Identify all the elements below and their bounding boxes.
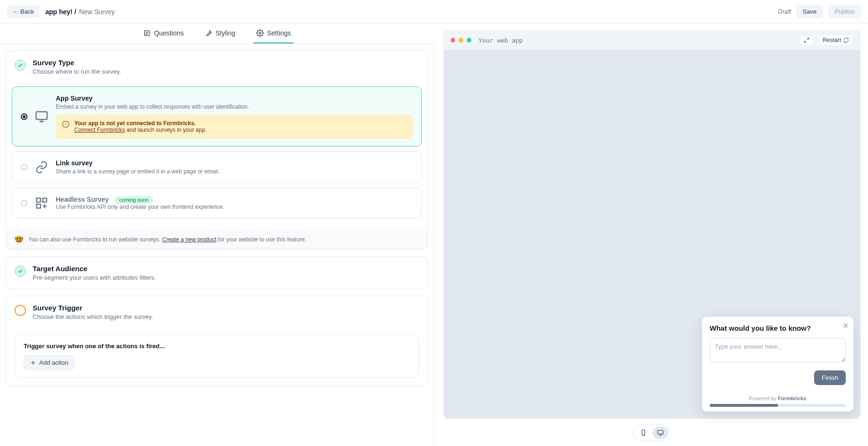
section-title: Survey Trigger [33,304,153,312]
option-link-survey[interactable]: Link survey Share a link to a survey pag… [12,151,422,183]
expand-icon [804,37,809,43]
info-post: for your website to use this feature. [217,236,306,243]
device-desktop-button[interactable] [652,427,668,439]
section-header[interactable]: Survey Type Choose where to run the surv… [6,51,427,83]
coming-soon-badge: coming soon [114,196,153,204]
popup-footer: Powered by Formbricks [710,395,846,401]
section-subtitle: Choose where to run the survey. [33,68,121,75]
option-desc: Use Formbricks API only and create your … [56,204,413,210]
device-mobile-button[interactable] [635,427,651,439]
tabs: Questions Styling Settings [0,24,434,44]
section-target-audience[interactable]: Target Audience Pre-segment your users w… [6,257,428,289]
list-icon [143,29,151,37]
radio-icon [21,164,27,171]
radio-icon [21,113,27,120]
publish-button[interactable]: Publish [828,5,861,18]
chrome-right: Restart [799,34,853,46]
svg-line-16 [807,38,809,40]
dot-yellow-icon [459,38,463,43]
option-text: Headless Survey coming soon Use Formbric… [56,196,413,210]
warning-rest: and launch surveys in your app. [125,127,207,133]
tab-label: Settings [267,29,291,37]
save-button[interactable]: Save [796,5,824,18]
finish-button[interactable]: Finish [814,370,846,385]
svg-rect-12 [43,198,46,202]
section-body: App Survey Embed a survey in your web ap… [6,83,427,230]
powered-pre: Powered by [749,395,778,401]
svg-line-17 [805,41,807,43]
restart-label: Restart [823,37,841,43]
popup-actions: Finish [710,370,846,385]
section-header[interactable]: Survey Trigger Choose the actions which … [6,296,427,328]
svg-rect-11 [37,198,41,202]
main: Questions Styling Settings Survey Type [0,24,868,446]
status-circle-icon [15,305,26,316]
restart-button[interactable]: Restart [818,34,853,46]
tab-questions[interactable]: Questions [140,24,187,43]
tab-settings[interactable]: Settings [253,24,294,43]
create-product-link[interactable]: Create a new product [162,236,217,243]
popup-title: What would you like to know? [710,324,846,332]
header-left: ← Back app hey! / New Survey [7,5,115,18]
device-pill [633,424,671,441]
info-footer: 🤓 You can also use Formbricks to run web… [6,230,427,249]
link-icon [35,161,48,174]
dot-red-icon [451,38,455,43]
back-label: Back [20,8,34,15]
device-switch [443,424,860,441]
section-subtitle: Choose the actions which trigger the sur… [33,313,153,320]
top-header: ← Back app hey! / New Survey Draft Save … [0,0,868,24]
left-column: Questions Styling Settings Survey Type [0,24,434,446]
settings-panel[interactable]: Survey Type Choose where to run the surv… [0,44,434,446]
right-column: Your web app Restart ✕ What would you li… [434,24,868,446]
arrow-left-icon: ← [12,8,18,15]
status-badge: Draft [778,8,791,15]
back-button[interactable]: ← Back [7,5,40,18]
trigger-text: Trigger survey when one of the actions i… [24,343,410,350]
preview-canvas: ✕ What would you like to know? Finish Po… [443,50,860,419]
grid-icon [35,197,48,210]
tab-label: Questions [154,29,184,37]
trigger-body: Trigger survey when one of the actions i… [6,328,427,386]
tab-label: Styling [216,29,235,37]
expand-button[interactable] [799,35,814,45]
survey-popup: ✕ What would you like to know? Finish Po… [702,317,853,412]
option-title: Link survey [56,159,413,167]
warning-box: Your app is not yet connected to Formbri… [56,115,413,138]
brush-icon [205,29,212,37]
monitor-icon [35,110,48,123]
option-title: App Survey [56,94,413,102]
connect-link[interactable]: Connect Formbricks [74,127,125,133]
close-button[interactable]: ✕ [842,321,849,330]
radio-icon [21,200,27,206]
progress-fill [710,404,778,407]
chrome-title: Your web app [478,37,523,44]
preview-chrome: Your web app Restart [443,30,860,50]
add Fox-label: Add action [39,359,68,366]
refresh-icon [843,37,849,43]
svg-point-4 [259,32,261,34]
option-app-survey[interactable]: App Survey Embed a survey in your web ap… [12,86,422,146]
section-header: Target Audience Pre-segment your users w… [6,257,427,289]
option-text: Link survey Share a link to a survey pag… [56,159,413,175]
alert-icon [62,120,69,128]
breadcrumb-page: New Survey [79,8,114,16]
section-text: Target Audience Pre-segment your users w… [33,265,156,281]
progress-bar [710,404,846,407]
gear-icon [256,29,264,37]
tab-styling[interactable]: Styling [202,24,238,43]
info-text: You can also use Formbricks to run websi… [28,236,306,243]
header-right: Draft Save Publish [778,5,861,18]
section-subtitle: Pre-segment your users with attributes f… [33,274,156,281]
close-icon: ✕ [842,322,849,330]
section-text: Survey Trigger Choose the actions which … [33,304,153,320]
dot-green-icon [467,38,471,43]
breadcrumb-app: app hey! / [45,8,76,16]
answer-input[interactable] [710,338,846,362]
section-survey-trigger: Survey Trigger Choose the actions which … [6,296,428,387]
add-action-button[interactable]: Add action [24,355,74,370]
section-survey-type: Survey Type Choose where to run the surv… [6,51,428,250]
section-title: Survey Type [33,59,121,67]
option-headless-survey[interactable]: Headless Survey coming soon Use Formbric… [12,188,422,218]
section-title: Target Audience [33,265,156,273]
